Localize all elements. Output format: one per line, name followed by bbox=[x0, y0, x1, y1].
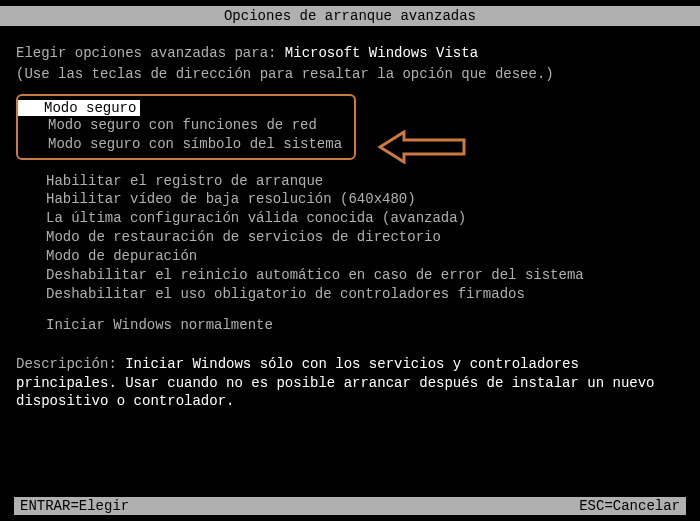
option-disable-driver-sig[interactable]: Deshabilitar el uso obligatorio de contr… bbox=[16, 285, 684, 304]
title-bar: Opciones de arranque avanzadas bbox=[0, 6, 700, 26]
main-content: Elegir opciones avanzadas para: Microsof… bbox=[0, 26, 700, 411]
prompt-prefix: Elegir opciones avanzadas para: bbox=[16, 45, 285, 61]
option-disable-auto-restart[interactable]: Deshabilitar el reinicio automático en c… bbox=[16, 266, 684, 285]
os-name: Microsoft Windows Vista bbox=[285, 45, 478, 61]
option-safe-mode[interactable]: Modo seguro bbox=[18, 100, 354, 116]
option-boot-logging[interactable]: Habilitar el registro de arranque bbox=[16, 172, 684, 191]
option-start-normally[interactable]: Iniciar Windows normalmente bbox=[16, 316, 684, 335]
option-safe-mode-label: Modo seguro bbox=[18, 100, 140, 116]
instruction-line: (Use las teclas de dirección para resalt… bbox=[16, 65, 684, 84]
footer-bar: ENTRAR=Elegir ESC=Cancelar bbox=[14, 497, 686, 515]
option-ds-restore[interactable]: Modo de restauración de servicios de dir… bbox=[16, 228, 684, 247]
option-last-known-good[interactable]: La última configuración válida conocida … bbox=[16, 209, 684, 228]
safe-mode-group: Modo seguro Modo seguro con funciones de… bbox=[16, 94, 356, 160]
option-safe-mode-cmd[interactable]: Modo seguro con símbolo del sistema bbox=[18, 135, 354, 154]
arrow-left-icon bbox=[378, 130, 468, 164]
option-safe-mode-net[interactable]: Modo seguro con funciones de red bbox=[18, 116, 354, 135]
page-title: Opciones de arranque avanzadas bbox=[224, 8, 476, 24]
option-debug-mode[interactable]: Modo de depuración bbox=[16, 247, 684, 266]
description-block: Descripción: Iniciar Windows sólo con lo… bbox=[16, 355, 684, 412]
description-label: Descripción: bbox=[16, 356, 125, 372]
svg-marker-0 bbox=[380, 132, 464, 162]
option-low-res-video[interactable]: Habilitar vídeo de baja resolución (640x… bbox=[16, 190, 684, 209]
prompt-line: Elegir opciones avanzadas para: Microsof… bbox=[16, 44, 684, 63]
footer-esc: ESC=Cancelar bbox=[579, 498, 680, 514]
footer-enter: ENTRAR=Elegir bbox=[20, 498, 129, 514]
